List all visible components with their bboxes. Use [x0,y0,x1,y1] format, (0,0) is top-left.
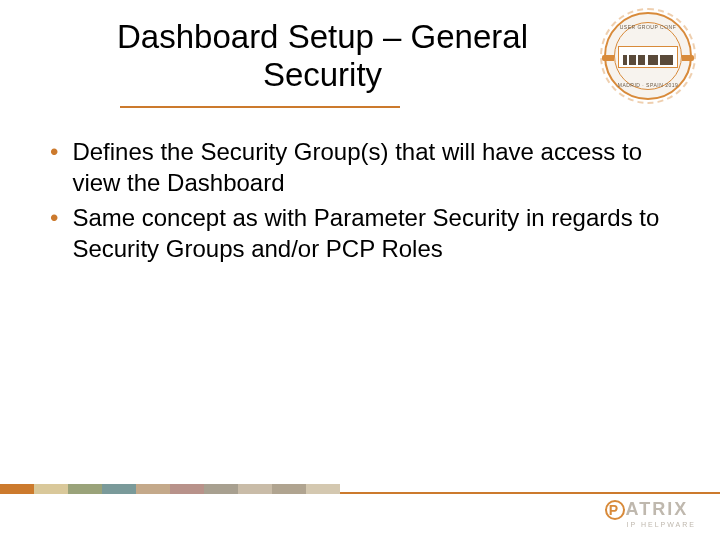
footer-stripe [0,484,340,494]
conference-badge-icon: USER GROUP CONF MADRID · SPAIN 2019 [604,12,692,100]
badge-bottom-text: MADRID · SPAIN 2019 [606,82,690,88]
bullet-text: Defines the Security Group(s) that will … [72,136,670,198]
list-item: • Defines the Security Group(s) that wil… [50,136,670,198]
bullet-icon: • [50,202,58,233]
logo-subtitle: IP HELPWARE [627,521,696,528]
logo-text: ATRIX [626,499,689,520]
bullet-text: Same concept as with Parameter Security … [72,202,670,264]
content-area: • Defines the Security Group(s) that wil… [0,108,720,265]
logo-p-icon: P [605,500,625,520]
badge-top-text: USER GROUP CONF [606,24,690,30]
patrix-logo: P ATRIX IP HELPWARE [605,499,696,528]
list-item: • Same concept as with Parameter Securit… [50,202,670,264]
bullet-icon: • [50,136,58,167]
